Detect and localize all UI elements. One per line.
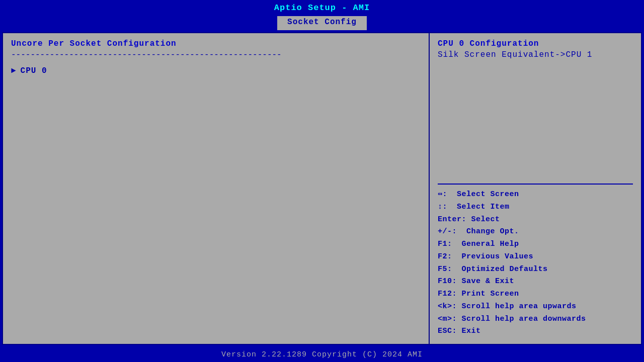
tab-socket-config[interactable]: Socket Config (277, 16, 367, 30)
key-row-f12: F12: Print Screen (438, 288, 633, 301)
key-row-f1: F1: General Help (438, 238, 633, 251)
key-row-select-item: ↕: Select Item (438, 201, 633, 214)
key-row-enter: Enter: Select (438, 214, 633, 226)
key-row-change-opt: +/-: Change Opt. (438, 226, 633, 238)
tab-bar: Socket Config (0, 15, 644, 30)
key-row-esc: ESC: Exit (438, 325, 633, 338)
help-keys: ⇔: Select Screen ↕: Select Item Enter: S… (438, 189, 633, 338)
key-row-select-screen: ⇔: Select Screen (438, 189, 633, 201)
app-title: Aptio Setup - AMI (0, 0, 644, 15)
menu-item-cpu0[interactable]: ► CPU 0 (11, 65, 421, 76)
key-row-f5: F5: Optimized Defaults (438, 263, 633, 276)
arrow-icon: ► (11, 66, 17, 75)
left-panel: Uncore Per Socket Configuration --------… (3, 33, 430, 344)
panel-title: Uncore Per Socket Configuration (11, 39, 421, 48)
right-panel: CPU 0 Configuration Silk Screen Equivale… (430, 33, 641, 344)
main-content: Uncore Per Socket Configuration --------… (2, 32, 642, 345)
footer: Version 2.22.1289 Copyright (C) 2024 AMI (0, 347, 644, 362)
help-title: CPU 0 Configuration (438, 39, 633, 48)
key-row-k: <k>: Scroll help area upwards (438, 301, 633, 313)
separator: ----------------------------------------… (11, 50, 421, 59)
help-subtitle: Silk Screen Equivalent->CPU 1 (438, 50, 633, 59)
menu-item-label: CPU 0 (21, 66, 47, 75)
key-row-m: <m>: Scroll help area downwards (438, 313, 633, 326)
key-row-f2: F2: Previous Values (438, 251, 633, 263)
title-text: Aptio Setup - AMI (274, 3, 370, 13)
app: Aptio Setup - AMI Socket Config Uncore P… (0, 0, 644, 362)
key-row-f10: F10: Save & Exit (438, 276, 633, 288)
help-divider (438, 184, 633, 185)
footer-text: Version 2.22.1289 Copyright (C) 2024 AMI (221, 350, 423, 359)
